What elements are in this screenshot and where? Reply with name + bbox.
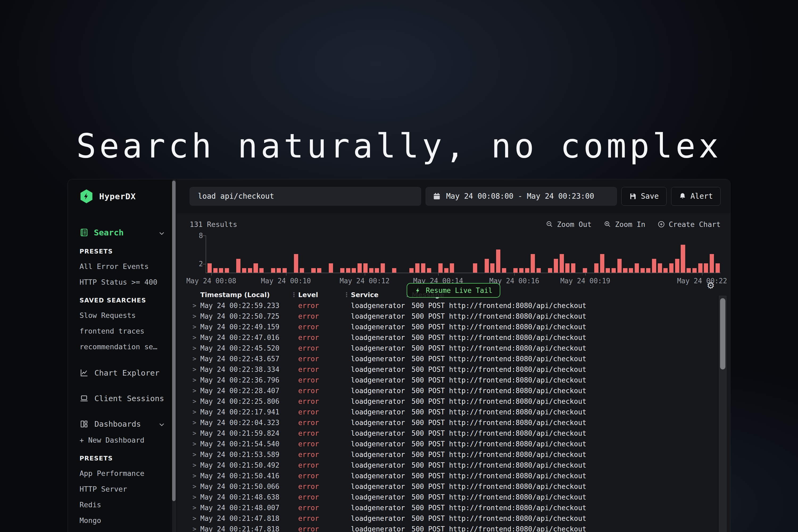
sidebar-scrollbar-thumb[interactable] <box>172 180 175 501</box>
table-row[interactable]: >May 24 00:21:54.540errorloadgenerator50… <box>177 439 730 449</box>
histogram-plot-area[interactable]: 8 2 May 24 00:08May 24 00:10May 24 00:12… <box>206 235 721 273</box>
table-row[interactable]: >May 24 00:21:59.824errorloadgenerator50… <box>177 428 730 439</box>
column-header-timestamp[interactable]: Timestamp (Local) <box>200 291 291 299</box>
histogram-bar[interactable] <box>716 263 720 273</box>
histogram-bar[interactable] <box>513 268 518 273</box>
histogram-bar[interactable] <box>675 259 679 273</box>
histogram-bar[interactable] <box>421 263 425 273</box>
histogram-bar[interactable] <box>490 263 494 273</box>
sidebar-item-search[interactable]: Search <box>79 228 177 237</box>
resume-live-tail-button[interactable]: Resume Live Tail <box>407 283 500 298</box>
histogram-bar[interactable] <box>410 268 414 273</box>
sidebar-dashboard-preset-item[interactable]: Redis <box>79 500 167 509</box>
histogram-bar[interactable] <box>484 259 489 273</box>
histogram-bar[interactable] <box>704 263 708 273</box>
histogram-bar[interactable] <box>663 268 668 273</box>
histogram-bar[interactable] <box>692 268 697 273</box>
create-chart-button[interactable]: Create Chart <box>658 220 721 228</box>
histogram-bar[interactable] <box>213 268 217 273</box>
histogram-bar[interactable] <box>531 254 535 273</box>
histogram-bar[interactable] <box>571 263 575 273</box>
histogram-bar[interactable] <box>438 263 443 273</box>
alert-button[interactable]: Alert <box>671 187 721 206</box>
histogram-bar[interactable] <box>611 268 616 273</box>
histogram-bar[interactable] <box>248 268 252 273</box>
histogram-bar[interactable] <box>294 254 298 273</box>
sidebar-preset-item[interactable]: All Error Events <box>79 262 167 270</box>
histogram-bar[interactable] <box>317 268 321 273</box>
histogram-bar[interactable] <box>236 259 241 273</box>
sidebar-dashboard-preset-item[interactable]: HTTP Server <box>79 485 167 493</box>
histogram-bar[interactable] <box>352 268 356 273</box>
histogram-bar[interactable] <box>618 259 622 273</box>
histogram-bar[interactable] <box>560 254 564 273</box>
table-settings-gear-icon[interactable]: ⚙ <box>707 280 715 291</box>
histogram-bar[interactable] <box>658 263 662 273</box>
histogram-bar[interactable] <box>415 263 419 273</box>
table-row[interactable]: >May 24 00:21:48.007errorloadgenerator50… <box>177 502 730 513</box>
table-row[interactable]: >May 24 00:22:50.725errorloadgenerator50… <box>177 311 730 322</box>
histogram-bar[interactable] <box>536 268 541 273</box>
histogram-bar[interactable] <box>259 268 264 273</box>
histogram-bar[interactable] <box>698 263 703 273</box>
histogram-bar[interactable] <box>554 259 558 273</box>
histogram-bar[interactable] <box>225 268 229 273</box>
histogram-bar[interactable] <box>444 268 449 273</box>
histogram-bar[interactable] <box>358 263 362 273</box>
histogram-bar[interactable] <box>369 268 374 273</box>
histogram-bar[interactable] <box>427 268 431 273</box>
histogram-bar[interactable] <box>300 268 304 273</box>
column-header-level[interactable]: Level <box>298 291 343 299</box>
histogram-bar[interactable] <box>340 268 344 273</box>
table-row[interactable]: >May 24 00:22:17.941errorloadgenerator50… <box>177 407 730 417</box>
histogram-bar[interactable] <box>646 268 650 273</box>
histogram-bar[interactable] <box>652 259 656 273</box>
date-range-picker[interactable]: May 24 00:08:00 - May 24 00:23:00 <box>425 187 617 206</box>
histogram-bar[interactable] <box>623 268 627 273</box>
histogram-bar[interactable] <box>392 268 396 273</box>
histogram-bar[interactable] <box>565 263 570 273</box>
sidebar-saved-search-item[interactable]: Slow Requests <box>79 311 167 320</box>
histogram-bar[interactable] <box>583 268 587 273</box>
histogram-bar[interactable] <box>594 263 598 273</box>
histogram-bar[interactable] <box>375 268 379 273</box>
histogram-bar[interactable] <box>519 268 524 273</box>
zoom-out-button[interactable]: Zoom Out <box>546 220 592 228</box>
table-row[interactable]: >May 24 00:22:43.657errorloadgenerator50… <box>177 354 730 364</box>
histogram-bar[interactable] <box>450 263 454 273</box>
table-row[interactable]: >May 24 00:22:49.159errorloadgenerator50… <box>177 322 730 332</box>
table-scrollbar-thumb[interactable] <box>720 298 725 369</box>
table-row[interactable]: >May 24 00:21:53.589errorloadgenerator50… <box>177 449 730 460</box>
histogram-bar[interactable] <box>525 268 529 273</box>
histogram-bar[interactable] <box>253 263 258 273</box>
table-row[interactable]: >May 24 00:21:48.638errorloadgenerator50… <box>177 492 730 502</box>
histogram-bar[interactable] <box>641 268 645 273</box>
table-row[interactable]: >May 24 00:22:25.806errorloadgenerator50… <box>177 396 730 407</box>
histogram-bar[interactable] <box>502 268 506 273</box>
histogram-bar[interactable] <box>219 268 223 273</box>
sidebar-saved-search-item[interactable]: frontend traces <box>79 327 167 335</box>
table-row[interactable]: >May 24 00:22:59.233errorloadgenerator50… <box>177 300 730 311</box>
table-row[interactable]: >May 24 00:22:38.334errorloadgenerator50… <box>177 364 730 375</box>
histogram-bar[interactable] <box>381 263 385 273</box>
brand[interactable]: HyperDX <box>79 189 177 203</box>
sidebar-dashboard-preset-item[interactable]: Mongo <box>79 516 167 525</box>
histogram-bar[interactable] <box>346 268 350 273</box>
histogram-bar[interactable] <box>710 254 714 273</box>
sidebar-saved-search-item[interactable]: recommendation se… <box>79 343 167 351</box>
sidebar-preset-item[interactable]: HTTP Status >= 400 <box>79 278 167 286</box>
histogram-bar[interactable] <box>548 268 552 273</box>
column-resize-handle-icon[interactable]: ⋮ <box>291 291 298 299</box>
table-row[interactable]: >May 24 00:21:50.416errorloadgenerator50… <box>177 471 730 481</box>
table-row[interactable]: >May 24 00:21:47.818errorloadgenerator50… <box>177 524 730 532</box>
histogram-bar[interactable] <box>629 268 633 273</box>
sidebar-item-dashboards[interactable]: Dashboards <box>79 419 177 429</box>
histogram-bar[interactable] <box>606 268 610 273</box>
search-input[interactable]: load api/checkout <box>190 187 421 206</box>
histogram-bar[interactable] <box>311 268 316 273</box>
table-row[interactable]: >May 24 00:21:47.818errorloadgenerator50… <box>177 513 730 524</box>
histogram-bar[interactable] <box>496 249 500 273</box>
table-row[interactable]: >May 24 00:22:47.016errorloadgenerator50… <box>177 332 730 343</box>
sidebar-scrollbar[interactable] <box>172 179 176 532</box>
histogram-bar[interactable] <box>473 263 477 273</box>
